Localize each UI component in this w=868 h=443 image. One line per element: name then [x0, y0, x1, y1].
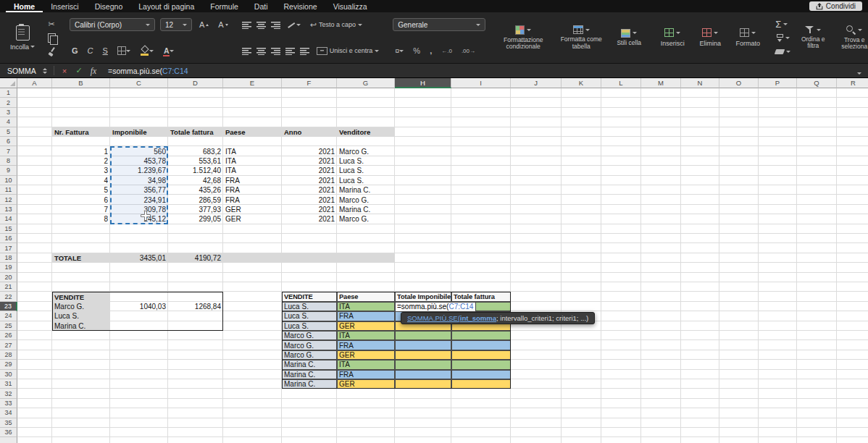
- cell-E8[interactable]: ITA: [223, 156, 282, 166]
- cell-F26[interactable]: Marco G.: [282, 331, 337, 340]
- row-header-15[interactable]: 15: [0, 224, 17, 234]
- cell-B12[interactable]: 6: [52, 195, 110, 204]
- cell-F30[interactable]: Marina C.: [282, 370, 337, 379]
- row-header-8[interactable]: 8: [0, 156, 17, 166]
- cell-F11[interactable]: 2021: [282, 185, 337, 195]
- decrease-decimal-button[interactable]: .00→: [459, 48, 477, 54]
- cell-G5[interactable]: Venditore: [337, 127, 395, 137]
- cell-H30[interactable]: [395, 370, 451, 379]
- formula-bar-expand-icon[interactable]: [857, 64, 861, 77]
- row-header-30[interactable]: 30: [0, 370, 17, 379]
- cell-G11[interactable]: Marina C.: [337, 185, 395, 195]
- cell-F14[interactable]: 2021: [282, 214, 337, 224]
- cell-B25[interactable]: Marina C.: [52, 321, 110, 331]
- comma-format-button[interactable]: ,: [427, 46, 434, 55]
- row-header-25[interactable]: 25: [0, 321, 17, 331]
- align-center-icon[interactable]: [256, 47, 266, 55]
- cell-F5[interactable]: Anno: [282, 127, 337, 137]
- increase-indent-icon[interactable]: [300, 47, 309, 55]
- column-header-H[interactable]: H: [395, 78, 451, 88]
- cell-I28[interactable]: [451, 350, 511, 360]
- cell-C23[interactable]: 1040,03: [110, 302, 168, 311]
- cell-G25[interactable]: GER: [337, 321, 395, 331]
- cell-I27[interactable]: [451, 340, 511, 350]
- cell-E12[interactable]: FRA: [223, 195, 282, 204]
- column-header-I[interactable]: I: [451, 78, 511, 88]
- cell-C18[interactable]: 3435,01: [110, 253, 168, 263]
- italic-button[interactable]: C: [85, 46, 96, 55]
- align-left-icon[interactable]: [242, 47, 251, 55]
- underline-button[interactable]: S: [101, 46, 110, 55]
- cell-F25[interactable]: Luca S.: [282, 321, 337, 331]
- column-header-D[interactable]: D: [168, 78, 223, 88]
- cell-I22[interactable]: Totale fattura: [451, 292, 511, 301]
- currency-format-button[interactable]: ¤: [393, 46, 406, 55]
- cell-E13[interactable]: GER: [223, 205, 282, 214]
- column-header-L[interactable]: L: [601, 78, 641, 88]
- fill-color-button[interactable]: [138, 46, 156, 56]
- percent-format-button[interactable]: %: [411, 46, 422, 55]
- cell-H26[interactable]: [395, 331, 451, 340]
- row-header-9[interactable]: 9: [0, 166, 17, 175]
- row-header-35[interactable]: 35: [0, 418, 17, 428]
- column-header-J[interactable]: J: [511, 78, 562, 88]
- row-header-31[interactable]: 31: [0, 379, 17, 389]
- cell-H22[interactable]: Totale Imponibile: [395, 292, 451, 301]
- cell-G29[interactable]: ITA: [337, 360, 395, 369]
- cell-I26[interactable]: [451, 331, 511, 340]
- align-top-right-icon[interactable]: [271, 21, 280, 29]
- cell-F22[interactable]: VENDITE: [282, 292, 337, 301]
- merge-center-button[interactable]: Unisci e centra: [314, 47, 382, 55]
- column-header-A[interactable]: A: [17, 78, 52, 88]
- cell-I31[interactable]: [451, 379, 511, 389]
- cell-B14[interactable]: 8: [52, 214, 110, 224]
- align-top-left-icon[interactable]: [242, 21, 251, 29]
- row-header-24[interactable]: 24: [0, 311, 17, 321]
- cell-G8[interactable]: Luca S.: [337, 156, 395, 166]
- cell-G27[interactable]: FRA: [337, 340, 395, 350]
- row-header-1[interactable]: 1: [0, 88, 17, 98]
- align-top-center-icon[interactable]: [256, 21, 266, 29]
- copy-icon[interactable]: [45, 33, 58, 43]
- column-header-C[interactable]: C: [110, 78, 168, 88]
- cell-G28[interactable]: GER: [337, 350, 395, 360]
- conditional-formatting-button[interactable]: Formattazione condizionale: [497, 17, 549, 59]
- cell-E10[interactable]: FRA: [223, 176, 282, 185]
- cell-D7[interactable]: 683,2: [168, 146, 223, 156]
- cell-D13[interactable]: 377,93: [168, 205, 223, 214]
- cell-B9[interactable]: 3: [52, 166, 110, 175]
- tab-dati[interactable]: Dati: [246, 0, 276, 12]
- cell-B18[interactable]: TOTALE: [52, 253, 110, 263]
- grow-font-button[interactable]: A: [197, 20, 211, 29]
- tab-disegno[interactable]: Disegno: [87, 0, 131, 12]
- paste-button[interactable]: Incolla: [6, 17, 39, 59]
- cell-F9[interactable]: 2021: [282, 166, 337, 175]
- autosum-button[interactable]: Σ: [775, 19, 790, 30]
- row-header-22[interactable]: 22: [0, 292, 17, 301]
- orientation-button[interactable]: [285, 20, 303, 29]
- cell-H31[interactable]: [395, 379, 451, 389]
- wrap-text-button[interactable]: ↩ Testo a capo: [308, 20, 364, 30]
- row-header-28[interactable]: 28: [0, 350, 17, 360]
- bold-button[interactable]: G: [70, 46, 80, 55]
- tab-revisione[interactable]: Revisione: [276, 0, 325, 12]
- cell-D10[interactable]: 42,68: [168, 176, 223, 185]
- cell-G10[interactable]: Luca S.: [337, 176, 395, 185]
- cell-H28[interactable]: [395, 350, 451, 360]
- cell-G13[interactable]: Marina C.: [337, 205, 395, 214]
- cell-H29[interactable]: [395, 360, 451, 369]
- align-right-icon[interactable]: [271, 47, 280, 55]
- format-cells-button[interactable]: Formato: [732, 17, 764, 59]
- row-header-5[interactable]: 5: [0, 127, 17, 137]
- borders-button[interactable]: [115, 46, 133, 55]
- cell-G31[interactable]: GER: [337, 379, 395, 389]
- column-header-O[interactable]: O: [719, 78, 759, 88]
- cell-F23[interactable]: Luca S.: [282, 302, 337, 311]
- cell-F7[interactable]: 2021: [282, 146, 337, 156]
- row-header-4[interactable]: 4: [0, 117, 17, 127]
- delete-cells-button[interactable]: Elimina: [694, 17, 726, 59]
- row-header-32[interactable]: 32: [0, 389, 17, 398]
- row-header-17[interactable]: 17: [0, 243, 17, 253]
- column-header-B[interactable]: B: [52, 78, 110, 88]
- select-all-corner[interactable]: [0, 78, 17, 88]
